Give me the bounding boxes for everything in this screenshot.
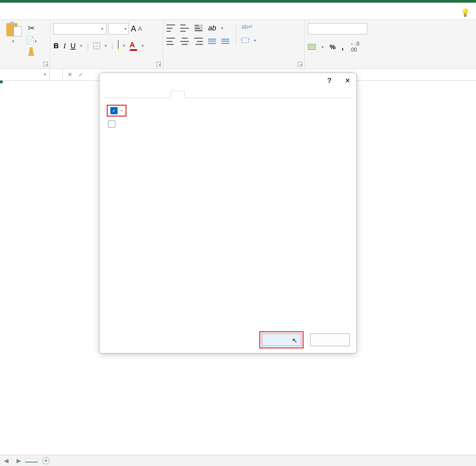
wrap-text-button[interactable]: ab↵ — [241, 23, 256, 30]
dlg-tab-border[interactable] — [144, 91, 158, 98]
cancel-entry-icon[interactable]: ✕ — [67, 71, 72, 78]
format-painter-icon[interactable] — [28, 47, 35, 56]
sheet-tab-bar: ◀ ▶ + — [0, 455, 476, 466]
italic-button[interactable]: I — [63, 42, 66, 50]
align-center-icon[interactable] — [180, 38, 189, 45]
ok-button[interactable]: ↖ — [262, 334, 301, 346]
titlebar-strip — [0, 0, 476, 3]
paste-button[interactable]: ▾ — [3, 22, 23, 56]
percent-icon[interactable]: % — [330, 43, 336, 51]
cursor-icon: ↖ — [292, 337, 298, 344]
name-box[interactable]: ▾ — [0, 69, 50, 80]
enter-entry-icon[interactable]: ✓ — [78, 71, 83, 78]
align-top-icon[interactable] — [166, 24, 175, 32]
group-font: ▾ ▾ A A B I U▾ | ▾ | ▾ A▾ — [50, 20, 163, 68]
ribbon-body: ▾ ✂ 📄▾ ▾ ▾ A A B I U▾ | ▾ | ▾ A▾ — [0, 20, 476, 69]
dlg-tab-fill[interactable] — [158, 91, 171, 98]
font-launcher-icon[interactable] — [156, 62, 161, 66]
format-cells-dialog: ? ✕ ✓ ↖ — [99, 73, 357, 353]
dlg-tab-font[interactable] — [131, 91, 144, 98]
locked-label — [121, 110, 123, 111]
dialog-tabs — [105, 91, 351, 98]
align-middle-icon[interactable] — [180, 24, 189, 32]
copy-icon[interactable]: 📄▾ — [26, 36, 37, 45]
increase-indent-icon[interactable] — [221, 38, 229, 45]
paste-icon — [6, 23, 20, 38]
font-name-select[interactable]: ▾ — [54, 23, 106, 34]
lightbulb-icon[interactable]: 💡 — [460, 8, 470, 17]
close-icon[interactable]: ✕ — [345, 77, 350, 85]
hidden-checkbox[interactable] — [108, 121, 115, 128]
align-bottom-icon[interactable] — [194, 24, 203, 32]
align-left-icon[interactable] — [166, 38, 175, 45]
comma-style-icon[interactable]: , — [342, 42, 344, 52]
number-format-select[interactable] — [308, 23, 367, 34]
chevron-down-icon[interactable]: ▾ — [322, 45, 324, 49]
clipboard-launcher-icon[interactable] — [43, 62, 48, 66]
chevron-down-icon[interactable]: ▾ — [12, 39, 14, 44]
dlg-tab-protection[interactable] — [171, 91, 185, 98]
alignment-launcher-icon[interactable] — [298, 62, 302, 66]
decrease-indent-icon[interactable] — [208, 38, 216, 45]
ribbon-tabs: 💡 — [0, 3, 476, 20]
locked-checkbox[interactable]: ✓ — [110, 107, 118, 114]
chevron-down-icon[interactable]: ▾ — [80, 44, 82, 48]
ok-highlight: ↖ — [259, 331, 304, 348]
dlg-tab-alignment[interactable] — [118, 91, 131, 98]
sheet-tab[interactable] — [25, 459, 38, 462]
chevron-down-icon[interactable]: ▾ — [221, 26, 223, 30]
chevron-down-icon[interactable]: ▾ — [142, 44, 144, 48]
increase-decimal-icon[interactable]: ←.0.00 — [349, 41, 359, 53]
locked-highlight: ✓ — [107, 105, 127, 117]
orientation-icon[interactable]: ab — [208, 24, 216, 32]
font-size-select[interactable]: ▾ — [108, 23, 129, 34]
help-icon[interactable]: ? — [327, 76, 332, 85]
chevron-down-icon[interactable]: ▾ — [123, 44, 125, 48]
name-box-sizer[interactable] — [50, 69, 63, 80]
sheet-nav-prev-icon[interactable]: ◀ — [0, 457, 13, 464]
align-right-icon[interactable] — [194, 38, 203, 45]
add-sheet-icon[interactable]: + — [42, 457, 50, 464]
sheet-nav-next-icon[interactable]: ▶ — [13, 457, 25, 464]
merge-center-button[interactable]: ▾ — [241, 38, 256, 43]
group-number: ▾ % , ←.0.00 — [305, 20, 476, 68]
group-clipboard: ▾ ✂ 📄▾ — [0, 20, 50, 68]
borders-icon[interactable] — [93, 43, 100, 49]
fill-color-icon[interactable] — [118, 40, 119, 51]
chevron-down-icon[interactable]: ▾ — [105, 44, 107, 48]
currency-icon[interactable] — [308, 44, 316, 50]
dlg-tab-number[interactable] — [105, 91, 118, 98]
cut-icon[interactable]: ✂ — [28, 23, 35, 33]
decrease-font-icon[interactable]: A — [138, 25, 142, 32]
underline-button[interactable]: U — [70, 42, 76, 50]
increase-font-icon[interactable]: A — [131, 24, 136, 33]
font-color-icon[interactable]: A — [130, 41, 137, 51]
group-alignment: ab▾ ab↵ ▾ — [163, 20, 305, 68]
bold-button[interactable]: B — [54, 42, 59, 50]
cancel-button[interactable] — [310, 334, 350, 346]
